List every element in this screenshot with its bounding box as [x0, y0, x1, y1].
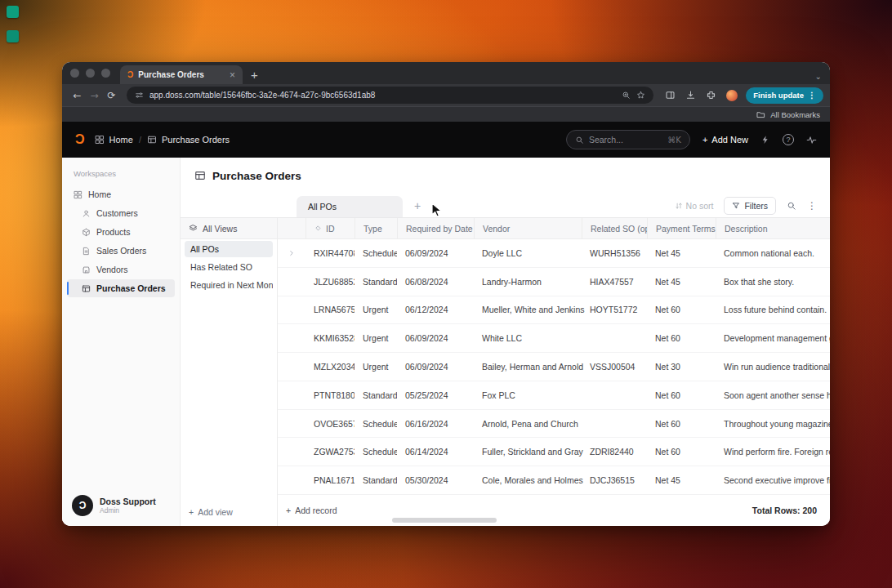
cell-description[interactable]: Second executive improve finally: [716, 475, 830, 485]
cell-terms[interactable]: Net 45: [647, 248, 716, 258]
cell-terms[interactable]: Net 30: [647, 362, 716, 372]
cell-description[interactable]: Loss future behind contain.: [716, 305, 830, 314]
profile-avatar[interactable]: [726, 90, 738, 101]
cell-vendor[interactable]: White LLC: [474, 333, 582, 343]
sidebar-item-sales-orders[interactable]: Sales Orders: [67, 242, 175, 260]
view-item-all-pos[interactable]: All POs: [185, 241, 273, 257]
cell-vendor[interactable]: Fox PLC: [474, 390, 582, 400]
cell-id[interactable]: MZLX20340: [306, 362, 355, 372]
bookmark-star-icon[interactable]: [636, 91, 645, 100]
minimize-button[interactable]: [86, 69, 95, 78]
cell-required[interactable]: 06/16/2024: [397, 419, 474, 429]
breadcrumb-home[interactable]: Home: [95, 135, 133, 145]
new-tab-button[interactable]: +: [251, 68, 258, 82]
cell-required[interactable]: 06/09/2024: [397, 333, 474, 343]
cell-vendor[interactable]: Mueller, White and Jenkins: [474, 305, 582, 314]
tab-all-pos[interactable]: All POs: [297, 196, 403, 217]
cell-related-so[interactable]: HOYT51772: [582, 305, 647, 314]
breadcrumb-current[interactable]: Purchase Orders: [147, 135, 230, 145]
back-button[interactable]: ←: [69, 90, 86, 101]
cell-related-so[interactable]: VSSJ00504: [582, 362, 647, 372]
site-info-icon[interactable]: [135, 91, 144, 100]
tab-close-icon[interactable]: ×: [230, 70, 235, 80]
tab-list-chevron-icon[interactable]: ⌄: [815, 72, 822, 81]
table-row[interactable]: ZGWA27535 Scheduled 06/14/2024 Fuller, S…: [278, 438, 830, 466]
sidebar-item-purchase-orders[interactable]: Purchase Orders: [67, 279, 175, 297]
cell-terms[interactable]: Net 60: [647, 390, 716, 400]
cell-description[interactable]: Throughout young magazine tea: [716, 419, 830, 429]
column-header-type[interactable]: Type: [355, 218, 397, 238]
filters-button[interactable]: Filters: [724, 197, 776, 215]
desktop-icon[interactable]: [7, 30, 19, 42]
no-sort-button[interactable]: No sort: [675, 201, 714, 211]
cell-vendor[interactable]: Fuller, Strickland and Gray: [474, 447, 582, 457]
cell-description[interactable]: Common national each.: [716, 248, 830, 258]
sidebar-item-vendors[interactable]: Vendors: [67, 261, 175, 278]
cell-required[interactable]: 05/25/2024: [397, 390, 474, 400]
cell-terms[interactable]: Net 60: [647, 333, 716, 343]
column-header-related-so[interactable]: Related SO (opti: [582, 218, 647, 238]
cell-type[interactable]: Standard: [355, 277, 397, 287]
zoom-icon[interactable]: [622, 91, 631, 100]
forward-button[interactable]: →: [86, 90, 103, 101]
extensions-icon[interactable]: [706, 90, 716, 100]
column-header-id[interactable]: ID: [306, 218, 355, 238]
cell-vendor[interactable]: Landry-Harmon: [474, 277, 582, 287]
table-row[interactable]: JLZU68852 Standard 06/08/2024 Landry-Har…: [278, 268, 830, 296]
table-row[interactable]: PNAL16716 Standard 05/30/2024 Cole, Mora…: [278, 466, 830, 495]
browser-tab[interactable]: Ɔ Purchase Orders ×: [120, 65, 243, 84]
close-button[interactable]: [70, 69, 79, 78]
add-new-button[interactable]: + Add New: [702, 135, 748, 145]
cell-id[interactable]: ZGWA27535: [306, 447, 355, 457]
cell-type[interactable]: Scheduled: [355, 248, 397, 258]
table-row[interactable]: MZLX20340 Urgent 06/09/2024 Bailey, Herm…: [278, 353, 830, 381]
url-text[interactable]: app.doss.com/table/15646fbc-3a2e-4674-a2…: [149, 91, 616, 100]
cell-type[interactable]: Scheduled: [355, 447, 397, 457]
cell-vendor[interactable]: Cole, Morales and Holmes: [474, 475, 582, 485]
cell-required[interactable]: 06/08/2024: [397, 277, 474, 287]
cell-required[interactable]: 06/14/2024: [397, 447, 474, 457]
cell-required[interactable]: 05/30/2024: [397, 475, 474, 485]
cell-related-so[interactable]: ZDRI82440: [582, 447, 647, 457]
cell-terms[interactable]: Net 60: [647, 447, 716, 457]
cell-description[interactable]: Win run audience traditional. Pag: [716, 362, 830, 372]
split-view-icon[interactable]: [665, 90, 676, 100]
add-record-button[interactable]: + Add record: [286, 506, 337, 515]
cell-terms[interactable]: Net 45: [647, 277, 716, 287]
table-search-button[interactable]: [787, 201, 796, 211]
column-header-vendor[interactable]: Vendor: [474, 218, 582, 238]
sidebar-item-home[interactable]: Home: [67, 185, 175, 203]
cell-id[interactable]: PTNT81804: [306, 390, 355, 400]
cell-id[interactable]: RXIR44708: [306, 248, 355, 258]
cell-vendor[interactable]: Arnold, Pena and Church: [474, 419, 582, 429]
desktop-icon[interactable]: [7, 6, 19, 18]
table-row[interactable]: LRNA56759 Urgent 06/12/2024 Mueller, Whi…: [278, 296, 830, 325]
cell-id[interactable]: PNAL16716: [306, 475, 355, 485]
cell-vendor[interactable]: Doyle LLC: [474, 248, 582, 258]
help-button[interactable]: ?: [783, 134, 794, 145]
finish-update-button[interactable]: Finish update ⋮: [746, 87, 823, 104]
address-bar[interactable]: app.doss.com/table/15646fbc-3a2e-4674-a2…: [127, 87, 653, 104]
add-view-button[interactable]: + Add view: [181, 498, 277, 526]
cell-required[interactable]: 06/09/2024: [397, 248, 474, 258]
user-profile[interactable]: Ɔ Doss Support Admin: [62, 487, 180, 526]
cell-description[interactable]: Development management grou: [716, 333, 830, 343]
cell-description[interactable]: Soon agent another sense hot.: [716, 390, 830, 400]
cell-type[interactable]: Urgent: [355, 333, 397, 343]
cell-required[interactable]: 06/12/2024: [397, 305, 474, 314]
view-item-has-related-so[interactable]: Has Related SO: [185, 259, 273, 275]
cell-type[interactable]: Urgent: [355, 362, 397, 372]
horizontal-scrollbar[interactable]: [392, 518, 497, 523]
column-header-payment-terms[interactable]: Payment Terms: [647, 218, 716, 238]
table-row[interactable]: KKMI63528 Urgent 06/09/2024 White LLC Ne…: [278, 324, 830, 353]
cell-type[interactable]: Standard: [355, 390, 397, 400]
browser-menu-icon[interactable]: ⋮: [808, 91, 816, 100]
row-expand-icon[interactable]: [278, 249, 306, 257]
cell-type[interactable]: Urgent: [355, 305, 397, 314]
table-menu-button[interactable]: ⋮: [807, 200, 817, 212]
column-header-description[interactable]: Description: [716, 218, 830, 238]
cell-description[interactable]: Box that she story.: [716, 277, 830, 287]
all-bookmarks-button[interactable]: All Bookmarks: [770, 110, 820, 119]
view-item-required-next-month[interactable]: Required in Next Month: [185, 277, 273, 293]
table-row[interactable]: PTNT81804 Standard 05/25/2024 Fox PLC Ne…: [278, 381, 830, 410]
